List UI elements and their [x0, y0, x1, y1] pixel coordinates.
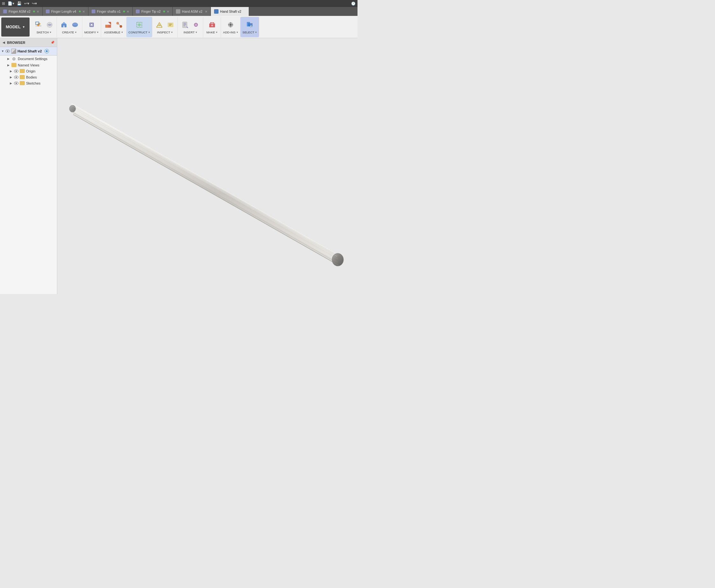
modify-button[interactable] — [86, 20, 97, 30]
undo-icon[interactable]: ↩▾ — [24, 1, 29, 6]
insert-label[interactable]: INSERT ▼ — [184, 30, 198, 34]
modify-label[interactable]: MODIFY ▼ — [84, 30, 99, 34]
tab-finger-asm-v2[interactable]: Finger ASM v2 ✕ — [0, 7, 43, 16]
grid-icon[interactable]: ⊞ — [2, 1, 5, 6]
visibility-icon[interactable] — [14, 70, 18, 73]
sidebar-item-bodies[interactable]: ▶ Bodies — [0, 74, 57, 80]
tab-finger-tip-v2[interactable]: Finger Tip v2 ✕ — [132, 7, 173, 16]
3d-canvas — [57, 38, 358, 294]
sidebar-collapse-arrow[interactable]: ◀ — [3, 41, 5, 44]
insert-button[interactable] — [180, 20, 190, 30]
folder-icon — [20, 69, 25, 73]
sidebar-item-label: Document Settings — [18, 57, 47, 61]
folder-icon — [20, 75, 25, 79]
construct-dropdown-arrow: ▼ — [148, 31, 150, 34]
tab-finger-length-v4[interactable]: Finger Length v4 ✕ — [43, 7, 88, 16]
inspect-dropdown-arrow: ▼ — [171, 31, 173, 34]
viewport[interactable] — [57, 38, 358, 294]
construct-button[interactable] — [134, 20, 144, 30]
tab-label: Hand Shaft v2 — [220, 9, 241, 13]
insert-dropdown-arrow: ▼ — [195, 31, 198, 34]
svg-marker-10 — [108, 22, 111, 25]
select-label[interactable]: SELECT ▼ — [242, 30, 257, 34]
sketch-label[interactable]: SKETCH ▼ — [37, 30, 52, 34]
sidebar-item-named-views[interactable]: ▶ Named Views — [0, 62, 57, 68]
tab-file-icon — [91, 9, 96, 13]
sidebar-title: BROWSER — [7, 41, 49, 44]
make-button[interactable] — [207, 20, 217, 30]
make-dropdown-arrow: ▼ — [216, 31, 218, 34]
addins-button[interactable] — [225, 20, 236, 30]
tab-file-icon — [214, 9, 219, 14]
svg-rect-26 — [57, 38, 358, 294]
sidebar: ◀ BROWSER 📌 ▼ Hand Shaft v2 ▶ ⚙ Document… — [0, 38, 57, 294]
sidebar-pin-icon[interactable]: 📌 — [50, 41, 55, 44]
svg-marker-4 — [61, 22, 66, 24]
tab-close-icon[interactable]: ✕ — [37, 10, 39, 13]
tab-label: Finger ASM v2 — [8, 9, 30, 13]
visibility-icon[interactable] — [14, 82, 18, 85]
visibility-icon[interactable] — [14, 76, 18, 79]
save-icon[interactable]: 💾 — [17, 1, 22, 6]
sidebar-item-sketches[interactable]: ▶ Sketches — [0, 80, 57, 86]
select-button[interactable] — [245, 20, 255, 30]
tab-hand-asm-v2[interactable]: Hand ASM v2 ✕ — [173, 7, 211, 16]
inspect-button[interactable] — [154, 20, 164, 30]
toolbar-group-sketch: SKETCH ▼ — [32, 17, 57, 37]
tab-dot — [79, 10, 81, 13]
tab-file-icon — [3, 9, 7, 13]
file-menu-icon[interactable]: 📄▾ — [8, 1, 14, 6]
tab-close-icon[interactable]: ✕ — [82, 10, 85, 13]
sketch-extra-button[interactable] — [44, 20, 55, 30]
visibility-icon[interactable] — [5, 49, 10, 53]
toolbar-group-construct: CONSTRUCT ▼ — [127, 17, 153, 37]
svg-rect-11 — [108, 25, 111, 28]
tree-root-collapse-arrow[interactable]: ▼ — [1, 49, 4, 53]
create-button[interactable] — [59, 20, 69, 30]
redo-icon[interactable]: ↪▾ — [32, 1, 37, 6]
select-dropdown-arrow: ▼ — [255, 31, 257, 34]
tree-root-label: Hand Shaft v2 — [18, 49, 42, 53]
insert-extra-button[interactable] — [191, 20, 201, 30]
folder-icon — [12, 63, 17, 67]
clock-icon: 🕐 — [351, 2, 355, 5]
sidebar-header: ◀ BROWSER 📌 — [0, 38, 57, 47]
expand-arrow[interactable]: ▶ — [9, 81, 13, 85]
svg-point-23 — [230, 24, 231, 26]
inspect-label[interactable]: INSPECT ▼ — [157, 30, 173, 34]
make-icons — [207, 20, 217, 30]
folder-icon — [20, 81, 25, 85]
addins-label[interactable]: ADD-INS ▼ — [223, 30, 238, 34]
sidebar-item-label: Origin — [26, 69, 35, 73]
sketch-button[interactable] — [34, 20, 44, 30]
create-label[interactable]: CREATE ▼ — [62, 30, 77, 34]
tab-close-icon[interactable]: ✕ — [205, 10, 207, 13]
expand-arrow[interactable]: ▶ — [9, 75, 13, 79]
model-button[interactable]: MODEL ▼ — [1, 18, 29, 37]
expand-arrow[interactable]: ▶ — [9, 69, 13, 73]
sidebar-item-origin[interactable]: ▶ Origin — [0, 68, 57, 74]
modify-icons — [86, 20, 97, 30]
tab-dot — [123, 10, 125, 13]
tab-finger-shafts-v1[interactable]: Finger shafts v1 ✕ — [88, 7, 133, 16]
model-dropdown-arrow: ▼ — [22, 25, 25, 28]
tab-hand-shaft-v2[interactable]: Hand Shaft v2 — [211, 7, 249, 16]
create-extra-button[interactable] — [70, 20, 80, 30]
expand-arrow[interactable]: ▶ — [6, 63, 10, 67]
assemble-extra-button[interactable] — [114, 20, 124, 30]
construct-label[interactable]: CONSTRUCT ▼ — [128, 30, 150, 34]
toolbar: MODEL ▼ SKETCH ▼ — [0, 16, 358, 38]
expand-arrow[interactable]: ▶ — [6, 57, 10, 61]
tab-close-icon[interactable]: ✕ — [167, 10, 169, 13]
assemble-button[interactable] — [103, 20, 113, 30]
sidebar-item-document-settings[interactable]: ▶ ⚙ Document Settings — [0, 56, 57, 62]
tab-label: Finger Length v4 — [51, 9, 76, 13]
make-label[interactable]: MAKE ▼ — [206, 30, 218, 34]
tab-close-icon[interactable]: ✕ — [127, 10, 129, 13]
tree-root-item[interactable]: ▼ Hand Shaft v2 — [0, 47, 57, 56]
activate-icon[interactable] — [44, 49, 49, 54]
tab-dot — [163, 10, 165, 13]
inspect-extra-button[interactable] — [165, 20, 176, 30]
assemble-label[interactable]: ASSEMBLE ▼ — [104, 30, 123, 34]
gear-icon: ⚙ — [12, 57, 17, 61]
